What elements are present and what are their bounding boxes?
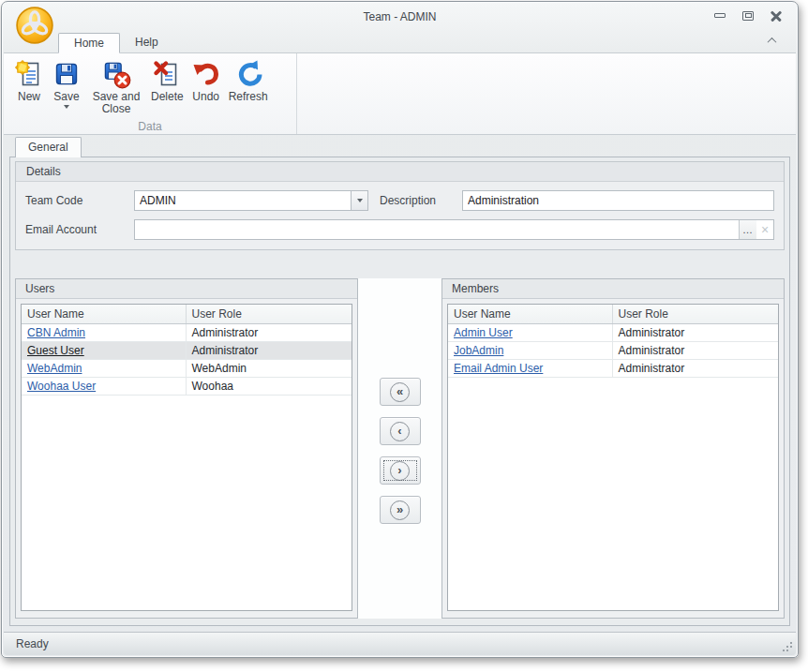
chevron-left-icon: ‹ [390,422,410,441]
double-chevron-right-icon: » [390,500,410,520]
window-title: Team - ADMIN [4,10,796,23]
email-clear-button[interactable]: × [756,220,773,239]
user-role-cell: WebAdmin [186,359,352,377]
email-account-input[interactable] [135,220,739,239]
email-account-editor: … × [134,219,774,240]
undo-button[interactable]: Undo [188,56,224,104]
app-window: Team - ADMIN Home Help [1,1,799,658]
document-tab-row: General [9,135,790,157]
minimize-button[interactable] [713,10,726,21]
tab-home[interactable]: Home [58,33,120,53]
members-col-user-name[interactable]: User Name [448,305,612,323]
members-panel: Members User Name User Role [441,278,785,619]
save-dropdown-caret-icon [64,105,69,109]
member-link[interactable]: Admin User [454,326,513,339]
save-button-label: Save [53,91,79,103]
details-caption: Details [16,162,784,182]
save-and-close-icon [101,59,131,89]
users-panel: Users User Name User Role [15,278,358,619]
ribbon-collapse-button[interactable] [769,37,777,46]
move-right-button[interactable]: › [380,456,421,485]
user-link[interactable]: Guest User [27,344,84,357]
email-account-label: Email Account [25,223,134,236]
users-table: User Name User Role CBN Admin Administra… [21,304,352,611]
ellipsis-icon: … [742,224,754,235]
members-caption: Members [442,279,784,299]
email-browse-button[interactable]: … [739,220,756,239]
ribbon-group-data: New Save [4,53,297,134]
table-row[interactable]: Woohaa User Woohaa [22,377,352,395]
email-account-row: Email Account … × [25,219,774,240]
members-table: User Name User Role Admin User Administr… [447,304,779,611]
members-col-user-role[interactable]: User Role [612,305,778,323]
close-button[interactable] [770,10,783,21]
client-area: General Details Team Code Description [4,135,796,632]
members-header-row: User Name User Role [448,305,778,323]
users-caption: Users [16,279,357,299]
window-controls [713,10,783,21]
new-button-label: New [18,91,40,103]
user-role-cell: Administrator [186,341,352,359]
move-left-button[interactable]: ‹ [380,417,421,445]
close-icon [771,10,782,22]
lists-area: Users User Name User Role [15,278,785,619]
undo-button-label: Undo [192,91,219,103]
restore-button[interactable] [741,10,755,21]
refresh-button-label: Refresh [229,91,268,103]
table-row[interactable]: Email Admin User Administrator [448,359,778,377]
clear-x-icon: × [761,222,769,237]
table-row[interactable]: WebAdmin WebAdmin [22,359,352,377]
titlebar[interactable]: Team - ADMIN [4,4,796,29]
member-link[interactable]: JobAdmin [454,344,503,357]
chevron-right-icon: › [390,461,410,481]
description-label: Description [368,194,462,207]
delete-button[interactable]: Delete [148,56,187,104]
undo-icon [191,59,221,89]
user-link[interactable]: CBN Admin [27,326,85,339]
team-code-label: Team Code [25,194,134,207]
user-link[interactable]: Woohaa User [27,380,96,393]
save-button[interactable]: Save [49,56,84,110]
table-row[interactable]: CBN Admin Administrator [22,323,352,341]
ribbon: New Save [4,53,796,135]
tab-general[interactable]: General [15,137,82,157]
user-role-cell: Woohaa [186,377,352,395]
member-role-cell: Administrator [612,323,778,341]
users-header-row: User Name User Role [22,305,352,323]
move-all-right-button[interactable]: » [380,496,421,524]
ribbon-group-label: Data [4,120,296,133]
team-code-input[interactable] [135,191,351,210]
refresh-icon [233,59,263,89]
status-text: Ready [16,637,49,650]
minimize-icon [714,13,726,18]
screen: Team - ADMIN Home Help [0,0,808,672]
move-all-left-button[interactable]: « [380,378,421,406]
description-input[interactable] [462,190,774,211]
chevron-down-icon [357,199,363,202]
resize-grip[interactable] [790,650,792,651]
member-link[interactable]: Email Admin User [454,362,543,375]
new-button[interactable]: New [11,56,47,104]
transfer-buttons-column: « ‹ › » [358,278,441,619]
save-and-close-button[interactable]: Save and Close [86,56,146,116]
user-role-cell: Administrator [186,323,352,341]
new-document-icon [14,59,44,89]
delete-icon [152,59,182,89]
users-col-user-name[interactable]: User Name [22,305,186,323]
team-code-dropdown-button[interactable] [351,191,367,210]
table-row[interactable]: JobAdmin Administrator [448,341,778,359]
tab-help[interactable]: Help [120,33,173,53]
table-row[interactable]: Admin User Administrator [448,323,778,341]
refresh-button[interactable]: Refresh [226,56,271,104]
general-page: Details Team Code Description Email Acco… [9,157,790,626]
users-col-user-role[interactable]: User Role [186,305,352,323]
app-logo-icon[interactable] [15,6,54,45]
member-role-cell: Administrator [612,359,778,377]
team-code-row: Team Code Description [25,190,774,211]
member-role-cell: Administrator [612,341,778,359]
team-code-combo[interactable] [134,190,368,211]
save-and-close-button-label: Save and Close [89,91,143,115]
chevron-up-icon [768,37,777,47]
table-row-selected[interactable]: Guest User Administrator [22,341,352,359]
user-link[interactable]: WebAdmin [27,362,82,375]
